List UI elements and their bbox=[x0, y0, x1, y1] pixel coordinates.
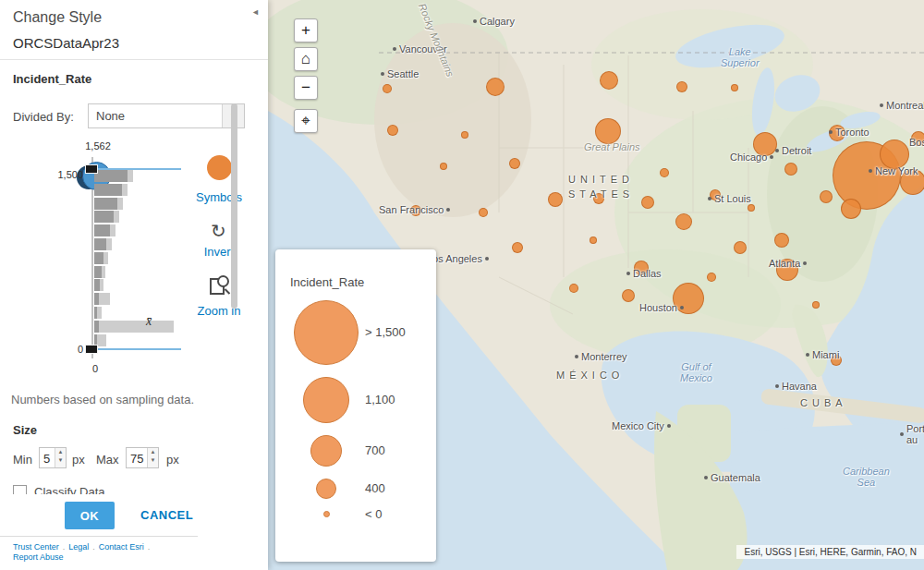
histogram-bar-dark bbox=[94, 170, 128, 182]
label-text: Great Plains bbox=[584, 141, 640, 152]
city-dot bbox=[680, 306, 684, 309]
zoom-in-button[interactable]: + bbox=[294, 18, 318, 42]
symbols-icon bbox=[207, 155, 232, 180]
label-text: Montreal bbox=[886, 100, 924, 111]
ok-button[interactable]: OK bbox=[65, 502, 115, 529]
map-label-states: STATES bbox=[568, 188, 634, 200]
max-unit: px bbox=[166, 453, 179, 467]
city-dot bbox=[770, 155, 773, 159]
locate-button[interactable]: ⌖ bbox=[294, 109, 318, 133]
city-dot bbox=[900, 432, 904, 436]
sampling-note: Numbers based on sampling data. bbox=[11, 393, 194, 406]
legal-links: Trust Center.Legal.Contact Esri.Report A… bbox=[0, 536, 198, 562]
map-label-port-au: Port-au bbox=[900, 423, 924, 445]
city-dot bbox=[446, 208, 450, 212]
map-label-montreal: Montreal bbox=[880, 100, 924, 111]
map-label-havana: Havana bbox=[775, 381, 817, 392]
city-dot bbox=[775, 149, 779, 152]
label-text: Chicago bbox=[730, 152, 767, 163]
max-size-spinner[interactable]: ▲▼ bbox=[147, 448, 158, 467]
spin-up-icon[interactable]: ▲ bbox=[55, 448, 66, 456]
histogram-bar-dark bbox=[94, 321, 99, 333]
label-text: Guatemala bbox=[711, 472, 760, 483]
label-text: Atlanta bbox=[769, 258, 800, 269]
symbols-link[interactable]: Symbols bbox=[182, 190, 256, 204]
city-dot bbox=[667, 424, 671, 428]
map-label-mexico-city: Mexico City bbox=[612, 420, 671, 431]
legend-label: 700 bbox=[365, 443, 385, 457]
zoom-in-link[interactable]: Zoom in bbox=[182, 304, 256, 318]
legend-card: Incident_Rate > 1,5001,100700400< 0 bbox=[275, 249, 436, 562]
legend-symbol bbox=[323, 511, 330, 517]
mean-symbol: x̄ bbox=[146, 314, 152, 329]
cancel-button[interactable]: CANCEL bbox=[140, 508, 193, 522]
label-text: Toronto bbox=[835, 127, 869, 138]
map-label-m-xico: MÉXICO bbox=[556, 370, 624, 381]
app-window: CalgaryVancouverSeattleRocky MountainsLa… bbox=[0, 0, 924, 570]
divider bbox=[0, 59, 268, 60]
min-unit: px bbox=[72, 453, 85, 467]
label-text: CUBA bbox=[800, 397, 847, 408]
min-size-value: 5 bbox=[43, 452, 50, 466]
map-label-rocky-mountains: Rocky Mountains bbox=[417, 2, 456, 79]
upper-handle-line bbox=[92, 168, 181, 170]
map-label-st-louis: St Louis bbox=[708, 193, 751, 204]
legend-symbol bbox=[294, 300, 359, 365]
invert-icon: ↻ bbox=[211, 220, 226, 242]
link-separator: . bbox=[148, 542, 151, 552]
footer-link-legal[interactable]: Legal bbox=[68, 542, 89, 552]
histogram-bar-dark bbox=[94, 211, 114, 223]
map-label-miami: Miami bbox=[806, 349, 839, 360]
legend-title: Incident_Rate bbox=[290, 275, 364, 289]
slider-max-value: 1,562 bbox=[78, 140, 118, 152]
link-separator: . bbox=[92, 542, 95, 552]
map-label-chicago: Chicago bbox=[730, 152, 773, 163]
panel-scrollbar[interactable] bbox=[231, 103, 237, 309]
label-text: Mexico City bbox=[612, 420, 664, 431]
min-size-input[interactable]: 5 ▲▼ bbox=[39, 447, 67, 468]
legend-label: 1,100 bbox=[365, 393, 395, 406]
city-dot bbox=[473, 19, 477, 23]
label-text: Havana bbox=[782, 381, 817, 392]
collapse-panel-icon[interactable]: ◄ bbox=[251, 7, 260, 17]
city-dot bbox=[708, 197, 711, 200]
map-label-san-francisco: San Francisco bbox=[379, 204, 450, 215]
slider-upper-handle[interactable] bbox=[85, 164, 98, 174]
footer-link-trust-center[interactable]: Trust Center bbox=[13, 542, 59, 552]
histogram-bar-dark bbox=[94, 307, 97, 319]
spin-up-icon[interactable]: ▲ bbox=[148, 448, 158, 456]
label-text: Seattle bbox=[387, 68, 419, 79]
map[interactable]: CalgaryVancouverSeattleRocky MountainsLa… bbox=[268, 0, 924, 570]
legend-label: < 0 bbox=[365, 507, 382, 521]
legend-items: > 1,5001,100700400< 0 bbox=[275, 294, 436, 562]
spin-down-icon[interactable]: ▼ bbox=[148, 456, 158, 465]
label-text: Monterrey bbox=[581, 351, 627, 362]
map-label-detroit: Detroit bbox=[775, 145, 811, 156]
link-separator: . bbox=[63, 542, 66, 552]
home-button[interactable]: ⌂ bbox=[294, 47, 318, 71]
lower-handle-line bbox=[92, 348, 181, 350]
divided-by-value: None bbox=[96, 109, 125, 123]
footer-link-report-abuse[interactable]: Report Abuse bbox=[13, 552, 64, 562]
city-dot bbox=[880, 103, 883, 107]
zoom-in-icon bbox=[210, 275, 230, 296]
zoom-out-button[interactable]: − bbox=[294, 76, 318, 100]
divided-by-select[interactable]: None ▼ bbox=[88, 103, 245, 128]
slider-lower-handle[interactable] bbox=[85, 345, 98, 354]
histogram-bar-dark bbox=[94, 224, 110, 236]
footer-link-contact-esri[interactable]: Contact Esri bbox=[99, 542, 144, 552]
axis-min-label: 0 bbox=[92, 363, 98, 374]
map-label-dallas: Dallas bbox=[626, 268, 662, 279]
label-text: San Francisco bbox=[379, 204, 444, 215]
spin-down-icon[interactable]: ▼ bbox=[55, 456, 66, 465]
map-label-calgary: Calgary bbox=[473, 16, 515, 27]
max-size-input[interactable]: 75 ▲▼ bbox=[126, 447, 159, 468]
map-label-houston: Houston bbox=[639, 302, 684, 313]
min-size-spinner[interactable]: ▲▼ bbox=[55, 448, 66, 467]
histogram bbox=[94, 170, 196, 348]
invert-link[interactable]: Invert bbox=[182, 245, 256, 259]
label-text: Houston bbox=[639, 302, 677, 313]
histogram-bar-dark bbox=[94, 252, 103, 264]
label-text: Dallas bbox=[633, 268, 662, 279]
city-dot bbox=[381, 72, 384, 76]
